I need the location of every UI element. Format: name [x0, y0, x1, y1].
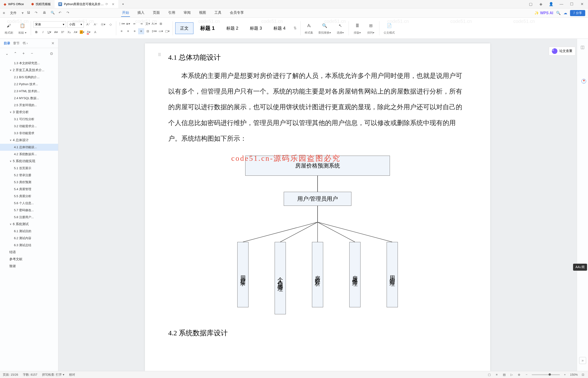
style-heading3[interactable]: 标题 3 [245, 22, 267, 34]
outline-item[interactable]: 1.3 本文的研究思... [0, 60, 58, 67]
subscript-button[interactable]: X₂ [66, 29, 72, 35]
cube-icon[interactable]: ◈ [538, 1, 544, 7]
select-icon[interactable]: ↖ [336, 21, 344, 30]
menu-tab-member[interactable]: 会员专享 [229, 9, 245, 17]
style-normal[interactable]: 正文 [175, 22, 193, 34]
font-size-select[interactable]: 小四▾ [67, 21, 84, 28]
sidebar-tab-book[interactable]: 书 › [22, 41, 28, 45]
paste-icon[interactable]: 📋 [18, 21, 27, 30]
preview-icon[interactable]: 🔍 [51, 11, 55, 15]
menu-tab-page[interactable]: 页面 [152, 9, 161, 17]
outline-item[interactable]: 2.2 Python 技术... [0, 81, 58, 88]
view-outline-icon[interactable]: ≡ [494, 372, 499, 377]
app-tab-document[interactable]: W Python房屋信息可视化及价… ⟳ ✕ [54, 0, 118, 8]
indent-left-button[interactable]: ⇤ [132, 21, 138, 27]
text-effect-button[interactable]: A▾ [73, 29, 79, 35]
menu-tab-review[interactable]: 审阅 [183, 9, 192, 17]
arrange2-icon[interactable]: ⊞ [367, 21, 375, 30]
outline-item[interactable]: 结语 [0, 249, 58, 256]
outline-item[interactable]: ▼3 需求分析 [0, 109, 58, 116]
app-tab-templates[interactable]: ⬢ 找稻壳模板 [27, 0, 54, 8]
zoom-out-icon[interactable]: − [524, 372, 529, 377]
drag-handle-icon[interactable]: ⠿ [158, 52, 161, 57]
share-button[interactable]: ⤴ 分享 [570, 10, 585, 16]
style-heading4[interactable]: 标题 4 [268, 22, 290, 34]
outline-item[interactable]: 5.4 房屋管理 [0, 186, 58, 193]
view-fullscreen-icon[interactable]: ⊕ [517, 372, 521, 377]
outline-item[interactable]: 6.3 测试总结 [0, 242, 58, 249]
rp-collapse-icon[interactable]: ◫ [579, 43, 586, 51]
clear-format-icon[interactable]: ◇ [107, 21, 114, 27]
outline-item[interactable]: 致谢 [0, 263, 58, 270]
shading-button[interactable]: ▭▾ [158, 28, 164, 34]
style-set-icon[interactable]: Aᵢ [305, 21, 313, 30]
sidebar-tab-sections[interactable]: 章节 [13, 41, 20, 45]
close-window-icon[interactable]: ✕ [579, 1, 585, 7]
outline-item[interactable]: 2.4 MYSQL 数据... [0, 95, 58, 102]
font-name-select[interactable]: 宋体▾ [33, 21, 66, 28]
char-shading-button[interactable]: A [92, 29, 98, 35]
close-tab-icon[interactable]: ✕ [112, 2, 115, 6]
fit-icon[interactable]: ⊡ [581, 372, 585, 377]
redo2-icon[interactable]: ↷ [67, 11, 71, 15]
decrease-font-icon[interactable]: A⁻ [93, 21, 99, 27]
align-center-button[interactable]: ≡ [125, 28, 131, 34]
numbering-button[interactable]: ≣▾ [125, 21, 131, 27]
borders-button[interactable]: ▢▾ [164, 28, 170, 34]
highlight-button[interactable]: A▾ [79, 29, 85, 35]
outline-item[interactable]: 3.2 功能需求分... [0, 123, 58, 130]
menu-tab-view[interactable]: 视图 [198, 9, 207, 17]
save-icon[interactable]: 🖫 [27, 11, 31, 15]
outline-item[interactable]: 4.1 总体功能设... [0, 144, 58, 151]
strikethrough-button[interactable]: A▾ [53, 29, 59, 35]
outline-item[interactable]: 5.2 登录注册 [0, 172, 58, 179]
outline-item[interactable]: 2.1 B/S 结构的介... [0, 74, 58, 81]
redo-icon[interactable]: ↷ [35, 11, 40, 15]
menu-file[interactable]: 文件 [8, 10, 18, 16]
zoom-level-label[interactable]: 150% [570, 373, 578, 376]
chevron-down-icon[interactable]: ▼ [9, 223, 12, 226]
text-direction-button[interactable]: 文▾ [145, 21, 151, 27]
chevron-down-icon[interactable]: ▼ [9, 111, 12, 114]
undo-icon[interactable]: ↶ [59, 11, 63, 15]
print-icon[interactable]: 🖶 [43, 11, 47, 15]
avatar-icon[interactable]: 👤 [548, 1, 554, 7]
outline-item[interactable]: 4.2 系统数据库... [0, 151, 58, 158]
align-left-button[interactable]: ≡ [119, 28, 125, 34]
paper-check-button[interactable]: G 论文查重 [549, 47, 575, 55]
add-icon[interactable]: + [21, 50, 27, 56]
menu-tab-tools[interactable]: 工具 [214, 9, 222, 17]
status-page[interactable]: 页面: 15/26 [3, 373, 18, 377]
outline-item[interactable]: ▼6 系统测试 [0, 221, 58, 228]
menu-tab-reference[interactable]: 引用 [167, 9, 176, 17]
style-heading1[interactable]: 标题 1 [195, 22, 220, 35]
status-spellcheck[interactable]: 拼写检查: 打开 ▾ [42, 373, 64, 377]
zoom-slider[interactable] [532, 374, 560, 375]
outline-item[interactable]: 5.1 首页展示 [0, 165, 58, 172]
tools-toggle-icon[interactable]: » [579, 357, 586, 364]
bold-button[interactable]: B [33, 29, 40, 35]
bullets-button[interactable]: ⋮≡▾ [119, 21, 125, 27]
sort-button[interactable]: ⊞ [158, 21, 164, 27]
settings-icon[interactable]: ⊙ [48, 50, 54, 56]
style-heading2[interactable]: 标题 2 [221, 22, 243, 34]
font-color-button[interactable]: A▾ [86, 29, 92, 35]
find-replace-icon[interactable]: 🔍 [320, 21, 329, 30]
chevron-down-icon[interactable]: ▼ [9, 160, 12, 163]
indent-right-button[interactable]: ⇥ [138, 21, 144, 27]
wps-ai-button[interactable]: ✨ WPS AI [534, 11, 553, 15]
outline-item[interactable]: 6.1 测试目的 [0, 228, 58, 235]
aa-simplify-badge[interactable]: AA♪简 [573, 264, 587, 271]
sidebar-close-icon[interactable]: ✕ [51, 41, 54, 45]
minimize-icon[interactable]: — [558, 1, 565, 7]
style-gallery-expand-icon[interactable]: ⇅ [292, 26, 298, 30]
outline-item[interactable]: ▼4 总体设计 [0, 137, 58, 144]
view-page-icon[interactable]: ▢ [487, 372, 492, 377]
view-reading-icon[interactable]: ▷ [509, 372, 514, 377]
status-words[interactable]: 字数: 8157 [23, 373, 37, 377]
menu-tab-start[interactable]: 开始 [121, 9, 130, 17]
remove-icon[interactable]: − [29, 50, 35, 56]
chevron-down-icon[interactable]: ▼ [9, 69, 12, 72]
sidebar-tab-outline[interactable]: 目录 [4, 41, 10, 45]
search-icon[interactable]: 🔍 [556, 11, 561, 15]
